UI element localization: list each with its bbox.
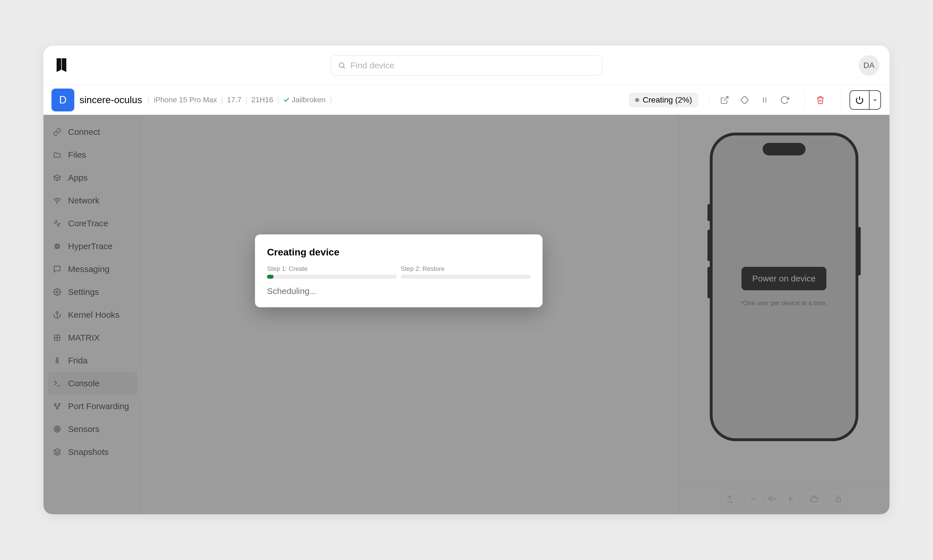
device-status-label: Creating (2%) — [643, 95, 692, 105]
modal-overlay: Creating device Step 1: Create Step 2: R… — [43, 115, 890, 514]
open-external-button[interactable] — [715, 91, 734, 109]
step1-progress-fill — [267, 275, 274, 279]
jailbroken-indicator: Jailbroken — [283, 95, 326, 104]
device-action-group-1 — [709, 91, 794, 109]
modal-status-text: Scheduling... — [267, 286, 531, 296]
project-initial: D — [59, 94, 66, 106]
avatar-initials: DA — [864, 61, 875, 70]
device-header: D sincere-oculus ( iPhone 15 Pro Max | 1… — [43, 85, 890, 115]
power-button[interactable] — [850, 91, 869, 109]
progress-step-2: Step 2: Restore — [401, 265, 531, 279]
step1-progress-bar — [267, 275, 397, 279]
status-dot-icon — [635, 98, 639, 102]
overlay-backdrop[interactable] — [43, 115, 890, 514]
rotate-device-button[interactable] — [735, 91, 754, 109]
device-action-group-3 — [841, 90, 881, 110]
step2-label: Step 2: Restore — [401, 265, 531, 272]
search-icon — [338, 62, 346, 69]
search-box[interactable] — [331, 55, 602, 75]
device-model: iPhone 15 Pro Max — [154, 95, 217, 104]
device-status-pill: Creating (2%) — [629, 92, 698, 108]
progress-step-1: Step 1: Create — [267, 265, 397, 279]
device-name: sincere-oculus — [80, 94, 142, 105]
app-window: DA D sincere-oculus ( iPhone 15 Pro Max … — [43, 46, 890, 514]
pause-button[interactable] — [755, 91, 774, 109]
svg-point-0 — [339, 63, 344, 67]
svg-line-1 — [343, 67, 345, 68]
creating-device-modal: Creating device Step 1: Create Step 2: R… — [255, 235, 542, 308]
power-split-button — [850, 90, 881, 110]
delete-device-button[interactable] — [811, 91, 830, 109]
app-logo[interactable] — [55, 57, 68, 74]
restart-button[interactable] — [775, 91, 794, 109]
svg-rect-3 — [741, 96, 749, 104]
device-meta: ( iPhone 15 Pro Max | 17.7 | 21H16 | Jai… — [147, 95, 332, 104]
user-avatar[interactable]: DA — [859, 55, 879, 76]
check-icon — [283, 97, 289, 103]
search-input[interactable] — [351, 61, 595, 70]
device-action-group-2 — [805, 91, 830, 109]
device-build: 21H16 — [251, 95, 273, 104]
topbar: DA — [43, 46, 890, 85]
device-os-version: 17.7 — [227, 95, 242, 104]
jailbroken-label: Jailbroken — [292, 95, 326, 104]
step2-progress-bar — [401, 275, 531, 279]
body: ConnectFilesAppsNetworkCoreTraceHyperTra… — [43, 115, 890, 514]
svg-line-2 — [724, 97, 728, 101]
project-badge[interactable]: D — [51, 89, 74, 111]
step1-label: Step 1: Create — [267, 265, 397, 272]
power-dropdown-button[interactable] — [869, 91, 881, 109]
modal-title: Creating device — [267, 246, 531, 258]
